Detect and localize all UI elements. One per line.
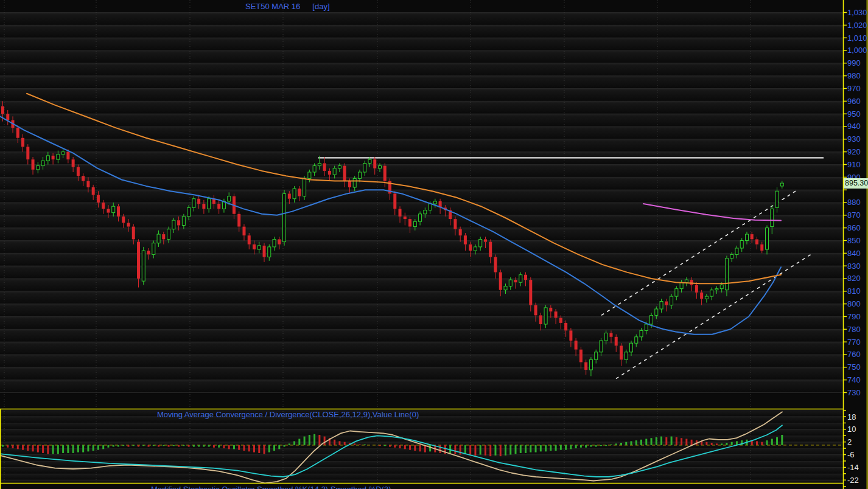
candle-body-up — [187, 207, 191, 217]
candle-body-down — [751, 234, 754, 239]
candle-body-up — [509, 280, 512, 286]
candle-body-down — [323, 163, 326, 170]
candle-body-down — [202, 204, 205, 209]
price-tick-label: 960 — [847, 97, 861, 106]
candle-body-up — [283, 193, 286, 241]
candle-body-down — [564, 323, 567, 330]
candle-body-down — [162, 234, 165, 239]
candle-body-up — [685, 280, 688, 282]
price-tick-label: 730 — [847, 388, 861, 397]
candle-body-up — [37, 166, 40, 170]
macd-tick-label: 18 — [847, 412, 856, 421]
candle-body-up — [172, 220, 175, 229]
chart-canvas[interactable]: 1,0301,0201,0101,00099098097096095094093… — [0, 0, 868, 489]
candle-body-up — [660, 301, 663, 308]
candle-body-up — [645, 324, 648, 330]
price-band — [0, 101, 843, 114]
candle-body-up — [308, 172, 311, 178]
candle-body-up — [433, 201, 436, 204]
candle-body-up — [720, 285, 723, 288]
price-band — [0, 316, 843, 329]
candle-body-down — [348, 181, 351, 187]
candle-body-down — [690, 280, 693, 285]
price-tick-label: 850 — [847, 236, 861, 245]
candle-body-up — [670, 296, 673, 305]
candle-body-down — [242, 227, 245, 236]
candle-body-up — [379, 166, 382, 168]
price-band — [0, 139, 843, 152]
candle-body-up — [228, 196, 231, 201]
price-tick-label: 800 — [847, 299, 861, 308]
price-band — [0, 355, 843, 367]
candle-body-down — [197, 199, 200, 204]
price-tick-label: 950 — [847, 109, 861, 119]
candle-body-up — [519, 275, 522, 282]
candle-body-down — [484, 239, 487, 241]
candle-body-down — [620, 345, 623, 359]
candle-body-up — [358, 172, 361, 178]
price-band — [0, 228, 843, 241]
candle-body-up — [303, 178, 306, 196]
candle-body-down — [665, 301, 668, 305]
candle-body-up — [604, 333, 607, 341]
price-tick-label: 900 — [847, 173, 861, 182]
candle-body-up — [635, 337, 638, 343]
candle-body-up — [112, 206, 115, 212]
price-band — [0, 50, 843, 63]
candle-body-down — [404, 217, 407, 219]
candle-body-down — [569, 330, 572, 341]
candle-body-down — [107, 209, 110, 212]
candle-body-down — [1, 106, 4, 114]
background-bands — [0, 13, 843, 484]
candle-body-down — [760, 244, 763, 251]
price-band — [0, 127, 843, 139]
candle-body-up — [152, 243, 155, 255]
macd-band — [0, 417, 843, 423]
price-tick-label: 790 — [847, 312, 861, 321]
candle-body-down — [86, 181, 89, 187]
candle-body-down — [615, 337, 618, 346]
candle-body-down — [72, 159, 75, 167]
candle-body-down — [393, 193, 396, 209]
price-band — [0, 253, 843, 266]
candle-body-down — [52, 156, 55, 159]
price-tick-label: 750 — [847, 362, 861, 372]
candle-body-up — [368, 159, 371, 163]
candle-body-up — [338, 166, 341, 168]
candle-body-up — [313, 166, 316, 172]
price-band — [0, 114, 843, 127]
candle-body-down — [6, 114, 9, 120]
price-tick-label: 860 — [847, 223, 861, 232]
candle-body-up — [640, 330, 643, 336]
candle-body-down — [16, 128, 19, 138]
price-band — [0, 240, 843, 253]
candle-body-down — [575, 341, 578, 350]
candle-body-up — [208, 199, 211, 209]
candle-body-down — [343, 166, 346, 181]
candle-body-up — [710, 290, 713, 296]
candle-body-down — [464, 235, 467, 244]
price-tick-label: 910 — [847, 160, 861, 169]
candle-body-down — [132, 227, 135, 240]
candle-body-down — [217, 204, 220, 209]
axis-labels: 1,0301,0201,0101,00099098097096095094093… — [847, 8, 867, 485]
price-tick-label: 1,030 — [847, 8, 867, 17]
price-tick-label: 840 — [847, 249, 861, 258]
candle-body-down — [373, 159, 376, 168]
candle-body-up — [589, 359, 592, 370]
candle-body-up — [730, 254, 733, 258]
candle-body-up — [293, 189, 296, 199]
candle-body-down — [127, 223, 130, 226]
candle-body-up — [740, 240, 743, 248]
candle-body-up — [725, 258, 728, 290]
macd-tick-label: -6 — [847, 450, 855, 459]
candle-body-up — [735, 248, 738, 254]
candle-body-up — [363, 163, 366, 172]
price-tick-label: 830 — [847, 262, 861, 271]
price-band — [0, 164, 843, 177]
candle-body-up — [142, 251, 145, 281]
candle-body-down — [278, 239, 281, 244]
price-band — [0, 76, 843, 89]
candle-body-up — [595, 352, 598, 359]
candle-body-down — [549, 308, 552, 311]
